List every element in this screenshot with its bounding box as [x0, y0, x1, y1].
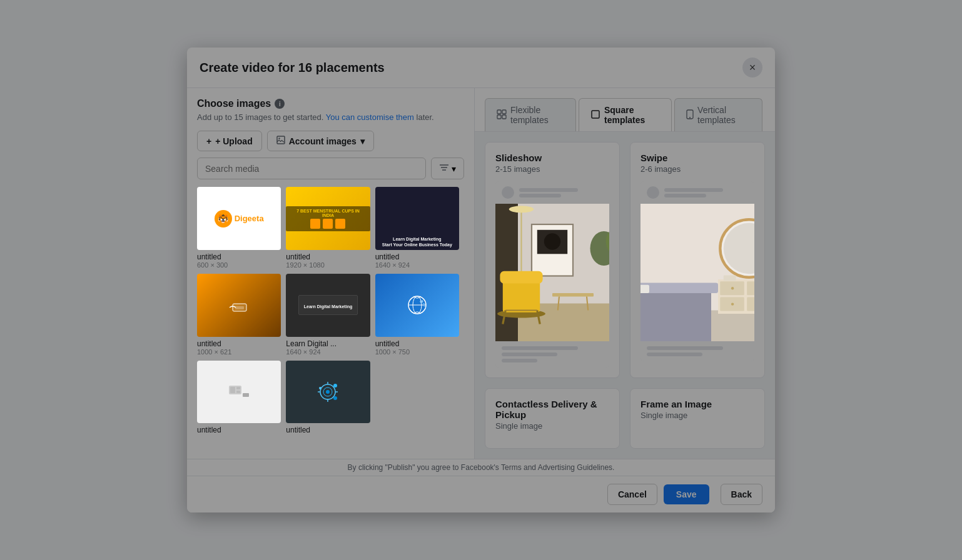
image-thumb: 🐯 Digeeta — [197, 187, 281, 250]
svg-rect-58 — [640, 285, 649, 293]
svg-rect-42 — [500, 271, 542, 284]
svg-rect-46 — [552, 293, 594, 297]
svg-point-24 — [319, 387, 322, 389]
svg-rect-56 — [640, 283, 718, 294]
svg-point-36 — [509, 206, 534, 212]
image-thumb — [197, 361, 281, 424]
image-thumb — [197, 274, 281, 337]
svg-point-64 — [731, 287, 734, 289]
svg-point-23 — [333, 396, 337, 400]
svg-rect-6 — [235, 306, 244, 309]
svg-rect-12 — [236, 387, 240, 389]
slideshow-preview — [495, 181, 609, 368]
svg-point-22 — [333, 384, 337, 388]
svg-point-17 — [326, 390, 330, 394]
slideshow-image — [495, 204, 609, 341]
swipe-preview — [640, 181, 754, 361]
image-thumb: Learn Digital MarketingStart Your Online… — [375, 187, 459, 250]
svg-point-66 — [731, 302, 734, 305]
swipe-image — [640, 204, 754, 341]
image-thumb: Learn Digital Marketing — [286, 274, 370, 337]
svg-rect-14 — [243, 393, 249, 397]
svg-rect-74 — [724, 275, 736, 281]
svg-point-39 — [544, 233, 560, 249]
svg-rect-63 — [747, 298, 754, 311]
svg-rect-13 — [236, 391, 240, 393]
image-thumb — [375, 274, 459, 337]
svg-rect-61 — [747, 281, 754, 295]
svg-rect-55 — [640, 286, 711, 341]
modal-overlay — [0, 0, 962, 560]
svg-rect-11 — [230, 387, 235, 393]
image-thumb: 7 BEST MENSTRUAL CUPS IN INDIA — [286, 187, 370, 250]
image-thumb — [286, 361, 370, 424]
